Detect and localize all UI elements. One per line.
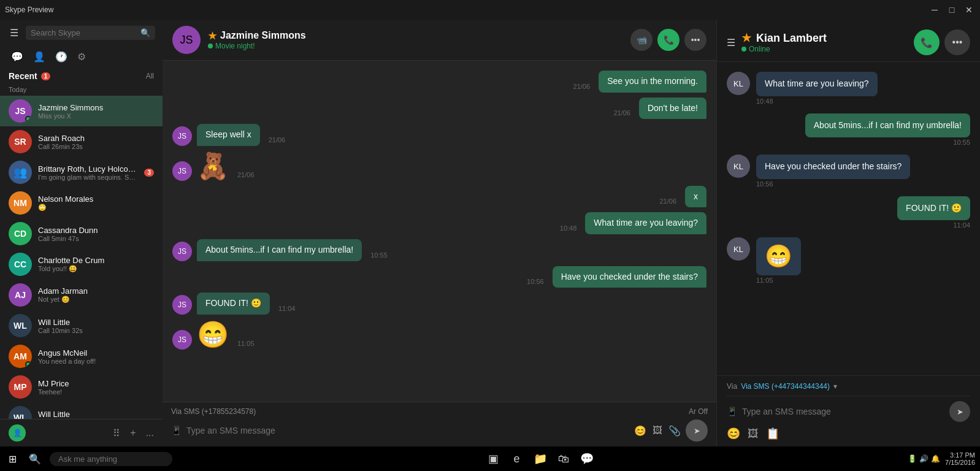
right-message-input[interactable] — [742, 407, 944, 416]
right-input-row: 📱 ➤ — [727, 401, 970, 422]
contact-name: Brittany Roth, Lucy Holcomb, S... — [38, 164, 138, 174]
contact-list-item[interactable]: AM Angus McNeil You need a day off! — [0, 341, 163, 372]
contact-list-item[interactable]: CC Charlotte De Crum Told you!! 😀 — [0, 249, 163, 280]
online-dot — [25, 361, 31, 367]
minimize-button[interactable]: ─ — [928, 4, 941, 16]
sms-via-label: Via SMS (+17855234578) — [171, 407, 256, 416]
recent-label: Recent 1 — [9, 71, 50, 81]
app-title: Skype Preview — [5, 6, 53, 14]
contact-preview: Call 26min 23s — [38, 143, 154, 150]
right-message-row: About 5mins...if I can find my umbrella!… — [727, 113, 970, 147]
nav-history-button[interactable]: 🕐 — [52, 48, 71, 65]
nav-recent-button[interactable]: 💬 — [7, 48, 27, 65]
right-message-row: FOUND IT! 🙂 11:04 — [727, 196, 970, 229]
right-message-time: 11:05 — [756, 277, 801, 284]
message-row: JS 😁 11:05 — [172, 320, 706, 350]
right-panel: ☰ ★ Kian Lambert Online 📞 ••• KL W — [716, 20, 980, 446]
contact-list-item[interactable]: CD Cassandra Dunn Call 5min 47s — [0, 218, 163, 249]
task-view-button[interactable]: ▣ — [484, 449, 503, 469]
contact-preview: I'm going glam with sequins. See you h..… — [38, 174, 138, 181]
attach-button[interactable]: 📎 — [668, 425, 681, 437]
contact-list-item[interactable]: WL Will Little Call 10min 32s — [0, 310, 163, 341]
maximize-button[interactable]: □ — [946, 4, 958, 16]
recent-badge: 1 — [41, 72, 51, 80]
right-more-button[interactable]: ••• — [944, 29, 970, 55]
message-row: 10:48 What time are you leaving? — [172, 212, 706, 234]
contact-list-item[interactable]: WL Will Little Call 10min 32s — [0, 402, 163, 419]
windows-start-button[interactable]: ⊞ — [5, 451, 20, 467]
chat-contact-status: Movie night! — [208, 42, 623, 50]
right-message-bubble: What time are you leaving? — [756, 72, 878, 96]
contact-list-item[interactable]: NM Nelson Morales 🙄 — [0, 188, 163, 218]
right-dropdown-icon[interactable]: ▾ — [833, 382, 837, 391]
right-hamburger-button[interactable]: ☰ — [727, 37, 735, 48]
store-button[interactable]: 🛍 — [554, 449, 573, 469]
emoji-button[interactable]: 😊 — [634, 425, 646, 437]
all-filter-button[interactable]: All — [146, 72, 154, 80]
cortana-button[interactable]: 🔍 — [25, 451, 45, 467]
contact-list-item[interactable]: SR Sarah Roach Call 26min 23s — [0, 126, 163, 157]
message-bubble: Sleep well x — [197, 124, 260, 146]
right-message-bubble: About 5mins...if I can find my umbrella! — [805, 113, 970, 138]
contact-info: Nelson Morales 🙄 — [38, 194, 154, 212]
close-button[interactable]: ✕ — [963, 4, 975, 16]
window-controls: ─ □ ✕ — [928, 4, 975, 16]
ar-off-label: Ar Off — [689, 407, 708, 416]
right-emoji-button[interactable]: 😊 — [727, 427, 740, 440]
video-call-button[interactable]: 📹 — [630, 29, 653, 51]
nav-settings-button[interactable]: ⚙ — [74, 48, 90, 65]
right-call-button[interactable]: 📞 — [914, 29, 940, 55]
contact-info: Jazmine Simmons Miss you X — [38, 103, 154, 120]
right-panel-header: ☰ ★ Kian Lambert Online 📞 ••• — [717, 20, 980, 62]
more-options-button[interactable]: ... — [146, 427, 154, 439]
taskbar-search-input[interactable] — [50, 452, 172, 466]
hamburger-menu-button[interactable]: ☰ — [7, 25, 21, 41]
user-avatar: 👤 — [9, 424, 26, 442]
contact-list-item[interactable]: JS Jazmine Simmons Miss you X — [0, 96, 163, 126]
right-image-button[interactable]: 🖼 — [748, 427, 759, 440]
contact-list-item[interactable]: MP MJ Price Teehee! — [0, 372, 163, 402]
volume-icon: 🔊 — [919, 454, 928, 463]
message-row: JS 🧸 21/06 — [172, 151, 706, 181]
right-msg-avatar: KL — [727, 155, 750, 178]
title-bar: Skype Preview ─ □ ✕ — [0, 0, 980, 20]
add-contact-button[interactable]: + — [130, 427, 136, 439]
right-message-time: 11:04 — [897, 221, 970, 229]
message-time: 10:48 — [560, 224, 577, 234]
search-input[interactable] — [31, 28, 137, 37]
taskbar-left: ⊞ 🔍 — [5, 451, 172, 467]
avatar: NM — [9, 191, 32, 215]
right-send-button[interactable]: ➤ — [949, 401, 970, 422]
dots-grid-button[interactable]: ⠿ — [113, 427, 120, 439]
taskbar: ⊞ 🔍 ▣ e 📁 🛍 💬 🔋 🔊 🔔 3:17 PM 7/15/2016 — [0, 446, 980, 471]
right-attach-button[interactable]: 📋 — [766, 427, 779, 440]
explorer-button[interactable]: 📁 — [530, 449, 550, 469]
right-message-row: KL 😁 11:05 — [727, 237, 970, 284]
right-message-time: 10:56 — [756, 180, 910, 188]
nav-contacts-button[interactable]: 👤 — [29, 48, 49, 65]
avatar: JS — [9, 99, 32, 123]
contact-list-item[interactable]: AJ Adam Jarman Not yet 😊 — [0, 280, 163, 310]
msg-avatar: JS — [172, 295, 192, 315]
contact-preview: You need a day off! — [38, 358, 154, 365]
contact-name: Will Little — [38, 318, 154, 327]
more-button[interactable]: ••• — [684, 29, 706, 51]
message-time: 21/06 — [659, 197, 676, 207]
sidebar: ☰ 🔍 💬 👤 🕐 ⚙ Recent 1 All Today JS — [0, 20, 163, 446]
contact-name: Angus McNeil — [38, 348, 154, 358]
avatar: AJ — [9, 283, 32, 307]
skype-taskbar-button[interactable]: 💬 — [577, 449, 597, 469]
message-time: 21/06 — [573, 83, 591, 93]
image-button[interactable]: 🖼 — [653, 425, 662, 437]
send-button[interactable]: ➤ — [686, 419, 708, 442]
battery-icon: 🔋 — [908, 454, 917, 463]
chat-message-input[interactable] — [186, 426, 629, 435]
contact-info: Will Little Call 10min 32s — [38, 410, 154, 419]
contact-list-item[interactable]: 👥 Brittany Roth, Lucy Holcomb, S... I'm … — [0, 157, 163, 188]
edge-button[interactable]: e — [507, 449, 527, 469]
call-button[interactable]: 📞 — [657, 29, 679, 51]
contact-name: Jazmine Simmons — [38, 103, 154, 112]
message-row: 21/06 x — [172, 186, 706, 208]
contact-badge: 3 — [144, 169, 154, 177]
recent-header: Recent 1 All — [0, 67, 163, 83]
